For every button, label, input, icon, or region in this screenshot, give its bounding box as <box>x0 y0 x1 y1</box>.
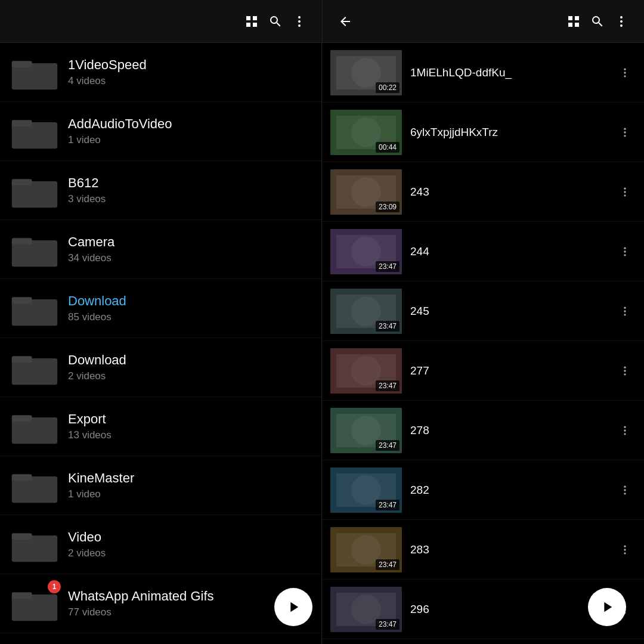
svg-point-60 <box>624 545 626 547</box>
video-name: 6ylxTxpjjdHKxTrz <box>410 126 614 139</box>
svg-point-57 <box>624 485 626 487</box>
svg-point-52 <box>624 370 626 371</box>
svg-point-40 <box>624 131 626 133</box>
folder-icon <box>11 642 58 644</box>
video-more-button[interactable] <box>614 122 636 143</box>
folder-item[interactable]: WhatsApp Documents <box>0 633 321 644</box>
svg-rect-3 <box>253 23 257 27</box>
folder-name: Camera <box>68 234 311 250</box>
video-item[interactable]: 23:47244 <box>322 222 644 281</box>
main-content: 1VideoSpeed4 videos AddAudioToVideo1 vid… <box>0 43 644 644</box>
svg-point-45 <box>624 247 626 249</box>
video-duration: 23:47 <box>376 619 400 630</box>
folder-name: KineMaster <box>68 470 311 486</box>
video-thumbnail: 23:47 <box>330 348 402 394</box>
svg-rect-29 <box>12 474 32 481</box>
svg-rect-33 <box>12 592 32 599</box>
svg-rect-27 <box>12 415 32 422</box>
svg-point-53 <box>624 373 626 375</box>
svg-rect-1 <box>253 16 257 20</box>
video-more-button[interactable] <box>614 241 636 262</box>
folder-count: 4 videos <box>68 75 311 87</box>
right-header <box>322 0 644 43</box>
video-more-button[interactable] <box>614 181 636 203</box>
folder-icon <box>11 405 58 447</box>
svg-point-51 <box>624 366 626 368</box>
video-more-button[interactable] <box>614 360 636 382</box>
video-thumbnail: 23:09 <box>330 169 402 215</box>
play-all-left-button[interactable] <box>274 588 312 626</box>
video-info: 277 <box>410 364 614 377</box>
folder-info: 1VideoSpeed4 videos <box>68 57 311 87</box>
folder-count: 1 video <box>68 134 311 146</box>
right-search-button[interactable] <box>586 10 609 33</box>
svg-point-49 <box>624 310 626 312</box>
svg-point-4 <box>298 16 301 18</box>
video-item[interactable]: 23:47278 <box>322 401 644 460</box>
video-thumbnail: 23:47 <box>330 527 402 572</box>
folder-name: AddAudioToVideo <box>68 116 311 132</box>
svg-point-44 <box>624 194 626 196</box>
video-info: 243 <box>410 185 614 199</box>
folder-item[interactable]: Camera34 videos <box>0 220 321 279</box>
video-item[interactable]: 23:47245 <box>322 281 644 341</box>
folder-item[interactable]: 1WhatsApp Animated Gifs77 videos <box>0 574 321 633</box>
folder-item[interactable]: Download85 videos <box>0 279 321 338</box>
top-bar <box>0 0 644 43</box>
folder-count: 34 videos <box>68 252 311 264</box>
folder-info: AddAudioToVideo1 video <box>68 116 311 146</box>
video-item[interactable]: 23:47283 <box>322 520 644 580</box>
svg-rect-10 <box>575 23 579 27</box>
folder-item[interactable]: Export13 videos <box>0 397 321 456</box>
video-item[interactable]: 00:446ylxTxpjjdHKxTrz <box>322 103 644 162</box>
folder-item[interactable]: 1VideoSpeed4 videos <box>0 43 321 102</box>
left-grid-button[interactable] <box>240 10 264 33</box>
video-item[interactable]: 23:47282 <box>322 460 644 520</box>
video-duration: 23:47 <box>376 380 400 391</box>
right-grid-button[interactable] <box>562 10 586 33</box>
play-all-right-button[interactable] <box>588 588 626 626</box>
back-button[interactable] <box>333 10 357 33</box>
video-info: 6ylxTxpjjdHKxTrz <box>410 126 614 139</box>
video-thumbnail: 00:44 <box>330 110 402 155</box>
folder-item[interactable]: B6123 videos <box>0 161 321 220</box>
svg-rect-8 <box>575 16 579 20</box>
video-item[interactable]: 00:221MiELhLQD-ddfKu_ <box>322 43 644 103</box>
folder-item[interactable]: Video2 videos <box>0 515 321 574</box>
svg-rect-2 <box>246 23 250 27</box>
svg-point-54 <box>624 426 626 428</box>
video-name: 277 <box>410 364 614 377</box>
left-more-button[interactable] <box>287 10 311 33</box>
svg-point-58 <box>624 489 626 491</box>
folder-count: 13 videos <box>68 429 311 441</box>
left-header <box>0 0 322 43</box>
video-duration: 23:47 <box>376 440 400 451</box>
svg-rect-17 <box>12 120 32 126</box>
video-more-button[interactable] <box>614 420 636 441</box>
video-name: 243 <box>410 185 614 199</box>
svg-point-47 <box>624 254 626 256</box>
video-info: 278 <box>410 424 614 437</box>
video-thumbnail: 23:47 <box>330 289 402 334</box>
video-info: 245 <box>410 305 614 318</box>
folder-item[interactable]: AddAudioToVideo1 video <box>0 102 321 161</box>
video-duration: 23:47 <box>376 559 400 570</box>
svg-rect-7 <box>568 16 572 20</box>
svg-point-50 <box>624 314 626 315</box>
video-more-button[interactable] <box>614 479 636 501</box>
right-more-button[interactable] <box>609 10 633 33</box>
video-more-button[interactable] <box>614 301 636 322</box>
left-search-button[interactable] <box>264 10 287 33</box>
folder-item[interactable]: Download2 videos <box>0 338 321 397</box>
folder-item[interactable]: KineMaster1 video <box>0 456 321 515</box>
video-more-button[interactable] <box>614 539 636 561</box>
video-item[interactable]: 23:09243 <box>322 162 644 222</box>
folder-info: KineMaster1 video <box>68 470 311 500</box>
video-info: 1MiELhLQD-ddfKu_ <box>410 66 614 79</box>
folder-icon <box>11 346 58 388</box>
folder-count: 3 videos <box>68 193 311 205</box>
video-more-button[interactable] <box>614 62 636 83</box>
svg-point-43 <box>624 191 626 193</box>
video-name: 1MiELhLQD-ddfKu_ <box>410 66 614 79</box>
video-item[interactable]: 23:47277 <box>322 341 644 401</box>
